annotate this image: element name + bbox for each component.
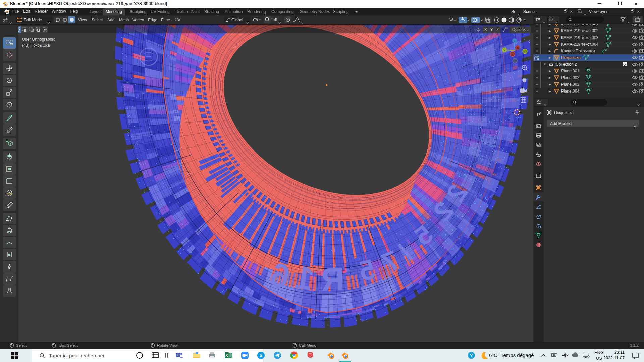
svg-text:S: S xyxy=(259,353,262,358)
svg-text:X: X xyxy=(517,46,519,50)
svg-text:Z: Z xyxy=(514,39,516,43)
svg-text:X: X xyxy=(225,353,228,357)
svg-text:R: R xyxy=(320,261,345,297)
svg-text:T: T xyxy=(177,353,179,357)
svg-text:Y: Y xyxy=(503,48,506,52)
svg-text:?: ? xyxy=(470,353,473,358)
